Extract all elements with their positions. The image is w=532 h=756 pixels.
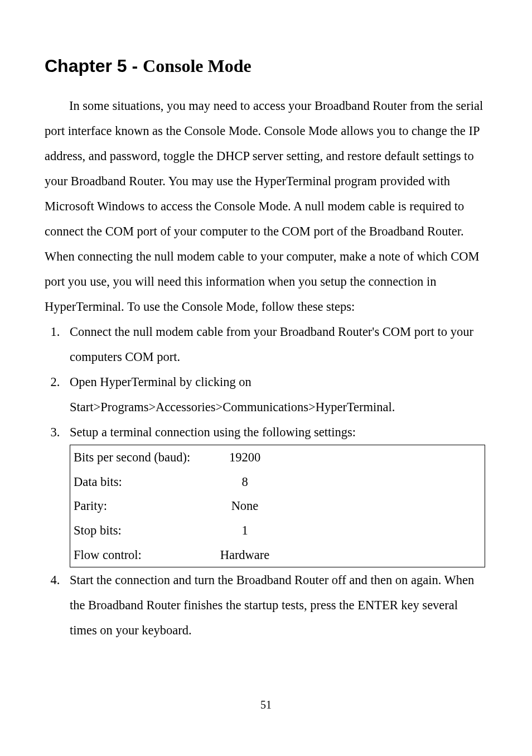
- table-row: Bits per second (baud): 19200: [70, 445, 485, 470]
- setting-label: Parity:: [70, 494, 214, 518]
- chapter-heading: Chapter 5 - Console Mode: [45, 56, 487, 76]
- table-filler: [276, 518, 485, 543]
- table-filler: [276, 445, 485, 470]
- step-1-text: Connect the null modem cable from your B…: [70, 325, 473, 364]
- step-3: Setup a terminal connection using the fo…: [63, 420, 487, 567]
- setting-value: 19200: [214, 445, 276, 470]
- intro-paragraph: In some situations, you may need to acce…: [45, 93, 487, 319]
- chapter-title: Console Mode: [143, 56, 252, 76]
- setting-value: Hardware: [214, 543, 276, 567]
- step-2: Open HyperTerminal by clicking on Start>…: [63, 369, 487, 420]
- table-filler: [276, 494, 485, 518]
- setting-value: None: [214, 494, 276, 518]
- step-2-text: Open HyperTerminal by clicking on Start>…: [70, 375, 395, 414]
- step-4: Start the connection and turn the Broadb…: [63, 567, 487, 643]
- table-filler: [276, 543, 485, 567]
- step-4-text: Start the connection and turn the Broadb…: [70, 573, 474, 637]
- table-row: Data bits: 8: [70, 470, 485, 494]
- setting-label: Bits per second (baud):: [70, 445, 214, 470]
- setting-label: Flow control:: [70, 543, 214, 567]
- table-filler: [276, 470, 485, 494]
- chapter-label: Chapter 5 -: [45, 56, 143, 76]
- table-row: Stop bits: 1: [70, 518, 485, 543]
- settings-table: Bits per second (baud): 19200 Data bits:…: [70, 445, 485, 567]
- step-1: Connect the null modem cable from your B…: [63, 319, 487, 369]
- setting-value: 1: [214, 518, 276, 543]
- table-row: Parity: None: [70, 494, 485, 518]
- table-row: Flow control: Hardware: [70, 543, 485, 567]
- setting-label: Stop bits:: [70, 518, 214, 543]
- steps-list: Connect the null modem cable from your B…: [45, 319, 487, 643]
- page-number: 51: [0, 699, 532, 711]
- setting-value: 8: [214, 470, 276, 494]
- step-3-text: Setup a terminal connection using the fo…: [70, 425, 356, 439]
- setting-label: Data bits:: [70, 470, 214, 494]
